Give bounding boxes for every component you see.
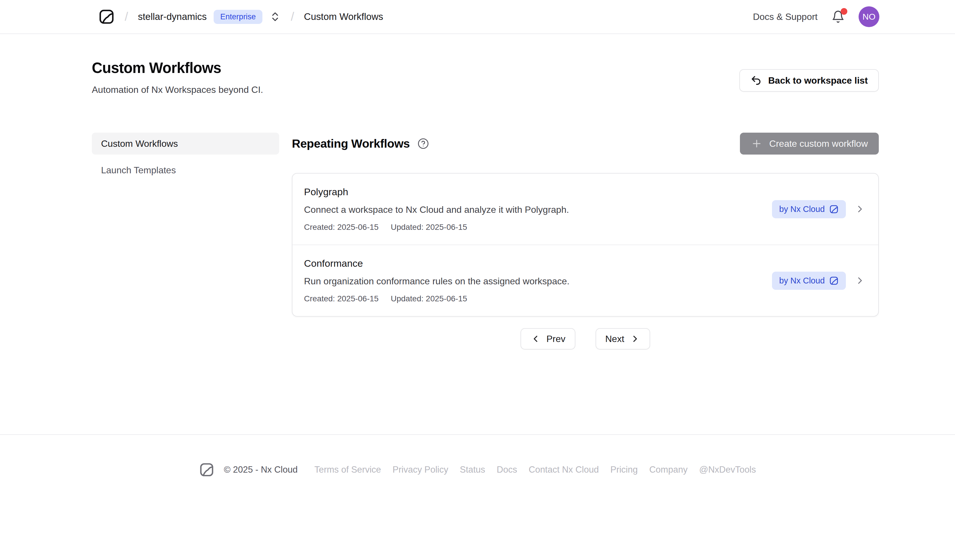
org-name: stellar-dynamics (138, 11, 207, 22)
pagination: Prev Next (292, 328, 879, 349)
workflow-info: Conformance Run organization conformance… (304, 258, 570, 303)
workflow-row-right: by Nx Cloud (772, 200, 866, 218)
navbar-actions: Docs & Support NO (753, 6, 879, 27)
workflow-name: Polygraph (304, 186, 569, 198)
enterprise-badge: Enterprise (214, 10, 262, 24)
sidebar: Custom Workflows Launch Templates (92, 133, 279, 181)
chevron-right-icon (630, 334, 640, 344)
workflow-description: Run organization conformance rules on th… (304, 276, 570, 287)
workflow-created: Created: 2025-06-15 (304, 223, 379, 232)
footer-link-terms[interactable]: Terms of Service (315, 465, 381, 475)
plus-icon (751, 138, 762, 150)
footer-copyright: © 2025 - Nx Cloud (224, 465, 297, 475)
workflow-row-right: by Nx Cloud (772, 271, 866, 290)
workflow-info: Polygraph Connect a workspace to Nx Clou… (304, 186, 569, 232)
next-button[interactable]: Next (596, 328, 650, 349)
page-subtitle: Automation of Nx Workspaces beyond CI. (92, 84, 263, 95)
docs-support-link[interactable]: Docs & Support (753, 11, 817, 22)
breadcrumb-separator: / (125, 10, 128, 23)
prev-button-label: Prev (546, 334, 565, 344)
help-icon[interactable] (418, 138, 429, 150)
breadcrumb-separator: / (291, 10, 294, 23)
by-nx-cloud-badge[interactable]: by Nx Cloud (772, 200, 846, 218)
breadcrumb-page[interactable]: Custom Workflows (304, 11, 383, 22)
sidebar-item-launch-templates[interactable]: Launch Templates (92, 159, 279, 181)
workflow-description: Connect a workspace to Nx Cloud and anal… (304, 204, 569, 215)
footer-link-docs[interactable]: Docs (497, 465, 517, 475)
chevron-left-icon (530, 334, 541, 344)
footer: © 2025 - Nx Cloud Terms of Service Priva… (0, 434, 955, 477)
breadcrumb: / stellar-dynamics Enterprise / Custom W… (98, 8, 383, 25)
workflows-card: Polygraph Connect a workspace to Nx Clou… (292, 173, 879, 317)
create-button-label: Create custom workflow (769, 139, 868, 149)
chevrons-up-down-icon (269, 11, 281, 22)
workflow-name: Conformance (304, 258, 570, 269)
workflows-section: Repeating Workflows (292, 133, 879, 349)
footer-row: © 2025 - Nx Cloud Terms of Service Priva… (0, 435, 955, 477)
nx-logo-icon[interactable] (98, 8, 115, 25)
nx-cloud-badge-icon (829, 204, 839, 214)
footer-link-privacy[interactable]: Privacy Policy (393, 465, 448, 475)
workflow-row-polygraph[interactable]: Polygraph Connect a workspace to Nx Clou… (293, 173, 878, 245)
notification-dot (841, 8, 847, 15)
footer-link-nxdevtools[interactable]: @NxDevTools (699, 465, 756, 475)
main-content: Custom Workflows Automation of Nx Worksp… (0, 59, 955, 434)
badge-label: by Nx Cloud (779, 204, 825, 214)
workflow-updated: Updated: 2025-06-15 (391, 223, 467, 232)
org-selector[interactable]: stellar-dynamics Enterprise (138, 10, 281, 24)
create-custom-workflow-button[interactable]: Create custom workflow (740, 133, 879, 154)
notifications-button[interactable] (831, 10, 845, 23)
top-navbar: / stellar-dynamics Enterprise / Custom W… (0, 0, 955, 34)
section-title: Repeating Workflows (292, 137, 410, 151)
prev-button[interactable]: Prev (521, 328, 575, 349)
workflow-updated: Updated: 2025-06-15 (391, 294, 467, 303)
next-button-label: Next (605, 334, 625, 344)
workflow-created: Created: 2025-06-15 (304, 294, 379, 303)
footer-link-company[interactable]: Company (649, 465, 688, 475)
workflow-row-conformance[interactable]: Conformance Run organization conformance… (293, 245, 878, 316)
back-arrow-icon (750, 75, 762, 86)
back-to-workspace-button[interactable]: Back to workspace list (739, 69, 879, 92)
footer-link-pricing[interactable]: Pricing (610, 465, 638, 475)
user-avatar[interactable]: NO (859, 6, 879, 27)
footer-link-contact[interactable]: Contact Nx Cloud (529, 465, 599, 475)
workflow-meta: Created: 2025-06-15 Updated: 2025-06-15 (304, 223, 569, 232)
workflow-meta: Created: 2025-06-15 Updated: 2025-06-15 (304, 294, 570, 303)
page-title: Custom Workflows (92, 59, 263, 76)
sidebar-item-custom-workflows[interactable]: Custom Workflows (92, 133, 279, 154)
footer-nx-logo-icon[interactable] (199, 462, 214, 477)
chevron-right-icon (855, 204, 866, 215)
page-header-text: Custom Workflows Automation of Nx Worksp… (92, 59, 263, 95)
chevron-right-icon (855, 275, 866, 286)
footer-brand: © 2025 - Nx Cloud (199, 462, 297, 477)
badge-label: by Nx Cloud (779, 276, 825, 285)
footer-links: Terms of Service Privacy Policy Status D… (315, 465, 756, 475)
page-header: Custom Workflows Automation of Nx Worksp… (92, 59, 879, 95)
by-nx-cloud-badge[interactable]: by Nx Cloud (772, 271, 846, 290)
back-button-label: Back to workspace list (768, 75, 868, 86)
section-header: Repeating Workflows (292, 133, 879, 154)
footer-link-status[interactable]: Status (460, 465, 485, 475)
nx-cloud-badge-icon (829, 276, 839, 285)
